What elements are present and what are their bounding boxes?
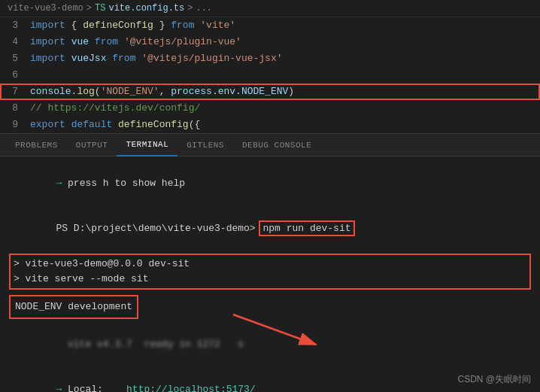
breadcrumb-ellipsis: ... — [196, 3, 212, 14]
breadcrumb-sep1: > — [86, 3, 92, 14]
line-number-3: 3 — [0, 18, 30, 33]
output-line-2: > vite serve --mode sit — [14, 272, 526, 287]
breadcrumb-sep2: > — [187, 3, 193, 14]
code-line-7: 7 console.log('NODE_ENV', process.env.NO… — [0, 84, 540, 100]
tab-terminal[interactable]: TERMINAL — [117, 134, 177, 156]
code-line-5: 5 import vueJsx from '@vitejs/plugin-vue… — [0, 50, 540, 67]
terminal-prompt-line: PS D:\project\demo\vite-vue3-demo> npm r… — [9, 206, 531, 251]
code-content-5: import vueJsx from '@vitejs/plugin-vue-j… — [30, 51, 540, 66]
breadcrumb: vite-vue3-demo > TS vite.config.ts > ... — [0, 0, 540, 17]
line-number-9: 9 — [0, 117, 30, 132]
code-editor: 3 import { defineConfig } from 'vite' 4 … — [0, 17, 540, 133]
tab-output[interactable]: OUTPUT — [67, 134, 117, 156]
code-line-6: 6 — [0, 67, 540, 84]
line-number-6: 6 — [0, 68, 30, 83]
terminal-local-label: Local: — [62, 384, 126, 392]
node-env-line: NODE_ENV development — [15, 299, 132, 315]
tab-debug-console[interactable]: DEBUG CONSOLE — [233, 134, 320, 156]
breadcrumb-filetype: TS — [95, 3, 105, 14]
tab-gitlens[interactable]: GITLENS — [177, 134, 233, 156]
terminal-prompt-text: PS D:\project\demo\vite-vue3-demo> — [56, 223, 261, 234]
terminal-local-line: → Local: http://localhost:5173/ — [9, 367, 531, 392]
panel: PROBLEMS OUTPUT TERMINAL GITLENS DEBUG C… — [0, 133, 540, 392]
code-line-9: 9 export default defineConfig({ — [0, 117, 540, 133]
breadcrumb-filename: vite.config.ts — [108, 3, 184, 14]
line-number-4: 4 — [0, 35, 30, 50]
vite-ready-text: vite v4.3.7 ready in 1272 s — [68, 339, 244, 350]
code-content-6 — [30, 68, 540, 83]
code-content-8: // https://vitejs.dev/config/ — [30, 101, 540, 116]
line-number-5: 5 — [0, 51, 30, 66]
code-line-3: 3 import { defineConfig } from 'vite' — [0, 17, 540, 34]
code-content-3: import { defineConfig } from 'vite' — [30, 18, 540, 33]
code-content-4: import vue from '@vitejs/plugin-vue' — [30, 35, 540, 50]
code-line-4: 4 import vue from '@vitejs/plugin-vue' — [0, 34, 540, 50]
code-content-7: console.log('NODE_ENV', process.env.NODE… — [30, 84, 540, 99]
terminal-content: → press h to show help PS D:\project\dem… — [0, 156, 540, 392]
output-box: > vite-vue3-demo@0.0.0 dev-sit > vite se… — [9, 254, 531, 290]
vite-ready-line: vite v4.3.7 ready in 1272 s — [9, 322, 531, 367]
terminal-help-line: → press h to show help — [9, 161, 531, 206]
code-content-9: export default defineConfig({ — [30, 117, 540, 132]
watermark: CSDN @失眠时间 — [457, 373, 531, 386]
output-line-1: > vite-vue3-demo@0.0.0 dev-sit — [14, 257, 526, 272]
tab-problems[interactable]: PROBLEMS — [6, 134, 67, 156]
panel-tabs: PROBLEMS OUTPUT TERMINAL GITLENS DEBUG C… — [0, 134, 540, 156]
code-line-8: 8 // https://vitejs.dev/config/ — [0, 100, 540, 117]
npm-command: npm run dev-sit — [261, 223, 352, 234]
line-number-8: 8 — [0, 101, 30, 116]
breadcrumb-project: vite-vue3-demo — [8, 3, 83, 14]
terminal-help-text: press h to show help — [62, 178, 185, 189]
line-number-7: 7 — [0, 84, 30, 99]
app-window: vite-vue3-demo > TS vite.config.ts > ...… — [0, 0, 540, 392]
terminal-local-url[interactable]: http://localhost:5173/ — [126, 384, 256, 392]
node-env-box: NODE_ENV development — [9, 295, 138, 319]
